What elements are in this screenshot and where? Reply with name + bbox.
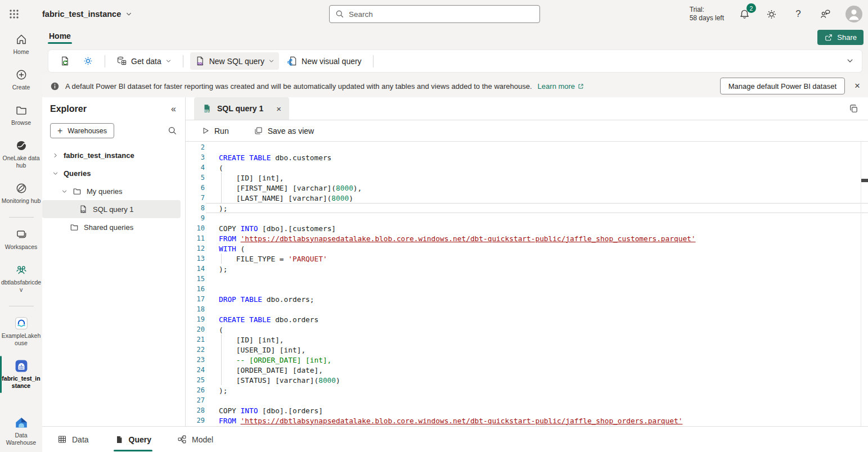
nav-rail-item-fabric-test-instance[interactable]: fabric_test_instance	[0, 359, 42, 390]
code-line-3[interactable]: 3CREATE TABLE dbo.customers	[186, 152, 860, 162]
code-line-26[interactable]: 26);	[186, 385, 860, 395]
code-line-22[interactable]: 22 [USER_ID] [int],	[186, 345, 860, 355]
line-number: 22	[186, 346, 205, 354]
new-visual-query-button[interactable]: New visual query	[282, 52, 366, 70]
tree-item-queries[interactable]: Queries	[42, 164, 181, 182]
chevron-down-icon[interactable]	[61, 188, 68, 195]
tree-item-fabric-test-instance[interactable]: fabric_test_instance	[42, 146, 181, 164]
view-tab-model[interactable]: Model	[176, 427, 214, 452]
nav-rail-divider	[9, 306, 34, 306]
share-button[interactable]: Share	[817, 30, 863, 45]
folder-icon	[15, 103, 28, 117]
code-line-20[interactable]: 20(	[186, 324, 860, 335]
view-tab-query[interactable]: Query	[114, 427, 152, 452]
code-line-23[interactable]: 23 -- [ORDER_DATE] [int],	[186, 355, 860, 365]
svg-text:SQL: SQL	[204, 110, 210, 112]
copy-icon[interactable]	[848, 103, 859, 114]
notifications-bell-icon[interactable]: 2	[737, 7, 751, 21]
tree-item-sql-query-1[interactable]: SQLSQL query 1	[42, 200, 181, 218]
refresh-dataset-icon[interactable]	[55, 52, 75, 70]
info-icon	[50, 82, 60, 91]
tree-item-my-queries[interactable]: My queries	[42, 182, 181, 200]
editor-tab-bar: SQL SQL query 1 ×	[186, 97, 868, 120]
code-line-5[interactable]: 5 [ID] [int],	[186, 173, 860, 183]
global-search[interactable]	[329, 5, 540, 23]
line-number: 12	[186, 245, 205, 252]
code-line-21[interactable]: 21 [ID] [int],	[186, 335, 860, 345]
monitoring-icon	[15, 182, 28, 195]
feedback-icon[interactable]	[818, 7, 832, 21]
code-line-4[interactable]: 4(	[186, 162, 860, 173]
run-button[interactable]: Run	[197, 124, 233, 138]
view-tab-data[interactable]: Data	[56, 427, 90, 452]
nav-rail-item-data-warehouse[interactable]: Data Warehouse	[0, 416, 42, 446]
code-line-14[interactable]: 14);	[186, 264, 860, 274]
code-line-16[interactable]: 16	[186, 284, 860, 294]
new-warehouse-button[interactable]: + Warehouses	[50, 123, 114, 138]
workspace-switcher[interactable]: fabric_test_instance	[42, 10, 132, 19]
collapse-ribbon-chevron-icon[interactable]	[846, 57, 854, 65]
learn-more-link[interactable]: Learn more	[538, 82, 584, 91]
scrollbar-thumb[interactable]	[861, 179, 868, 182]
save-as-view-button[interactable]: Save as view	[249, 123, 318, 138]
settings-icon[interactable]	[78, 52, 98, 70]
account-avatar[interactable]	[845, 6, 862, 22]
chevron-down-icon[interactable]	[52, 170, 59, 177]
close-tab-icon[interactable]: ×	[276, 104, 281, 114]
code-line-13[interactable]: 13 FILE_TYPE = 'PARQUET'	[186, 254, 860, 264]
manage-default-dataset-button[interactable]: Manage default Power BI dataset	[720, 78, 845, 94]
code-line-29[interactable]: 29FROM 'https://dbtlabsynapsedatalake.bl…	[186, 415, 860, 426]
database-icon	[116, 56, 127, 66]
nav-rail-item-browse[interactable]: Browse	[0, 103, 42, 126]
code-line-9[interactable]: 9	[186, 213, 860, 223]
new-sql-query-button[interactable]: SQL New SQL query	[190, 52, 279, 70]
code-line-28[interactable]: 28COPY INTO [dbo].[orders]	[186, 405, 860, 415]
code-line-7[interactable]: 7 [LAST_NAME] [varchar](8000)	[186, 193, 860, 203]
line-number: 28	[186, 406, 205, 414]
line-number: 17	[186, 295, 205, 303]
code-line-6[interactable]: 6 [FIRST_NAME] [varchar](8000),	[186, 183, 860, 193]
sql-code-editor[interactable]: 23CREATE TABLE dbo.customers4(5 [ID] [in…	[186, 142, 868, 426]
code-line-25[interactable]: 25 [STATUS] [varchar](8000)	[186, 375, 860, 385]
nav-rail-item-home[interactable]: Home	[0, 33, 42, 56]
nav-rail-item-label: Monitoring hub	[2, 197, 41, 205]
nav-rail-item-onelake-data-hub[interactable]: OneLake data hub	[0, 139, 42, 169]
explorer-panel: Explorer « + Warehouses fabric_test_inst…	[42, 97, 186, 426]
code-line-15[interactable]: 15	[186, 274, 860, 284]
code-line-2[interactable]: 2	[186, 142, 860, 152]
nav-rail-item-create[interactable]: Create	[0, 68, 42, 91]
editor-scrollbar[interactable]	[861, 142, 868, 426]
query-tab[interactable]: SQL SQL query 1 ×	[194, 97, 289, 120]
plus-circle-icon	[15, 68, 28, 82]
help-icon[interactable]: ?	[791, 7, 805, 21]
nav-rail-item-monitoring-hub[interactable]: Monitoring hub	[0, 182, 42, 205]
nav-rail-item-label: fabric_test_instance	[1, 375, 42, 390]
tree-item-shared-queries[interactable]: Shared queries	[42, 218, 181, 236]
nav-rail-item-workspaces[interactable]: Workspaces	[0, 228, 42, 251]
table-icon	[57, 435, 67, 444]
get-data-button[interactable]: Get data	[112, 52, 176, 70]
nav-rail-item-examplelakehouse[interactable]: ExampleLakehouse	[0, 317, 42, 347]
chevron-down-icon	[268, 58, 275, 64]
code-line-27[interactable]: 27	[186, 395, 860, 405]
explorer-search-icon[interactable]	[168, 126, 177, 135]
search-input[interactable]	[349, 10, 534, 19]
collapse-pane-icon[interactable]: «	[171, 104, 176, 114]
code-line-19[interactable]: 19CREATE TABLE dbo.orders	[186, 314, 860, 324]
nav-rail-item-dbtlabsfabricdev[interactable]: dbtlabsfabricdev	[0, 263, 42, 293]
code-lines: 23CREATE TABLE dbo.customers4(5 [ID] [in…	[186, 142, 860, 426]
line-number: 2	[186, 143, 205, 151]
code-line-12[interactable]: 12WITH (	[186, 243, 860, 254]
code-line-18[interactable]: 18	[186, 304, 860, 314]
code-line-10[interactable]: 10COPY INTO [dbo].[customers]	[186, 223, 860, 233]
settings-gear-icon[interactable]	[764, 7, 778, 21]
code-line-11[interactable]: 11FROM 'https://dbtlabsynapsedatalake.bl…	[186, 233, 860, 243]
code-line-17[interactable]: 17DROP TABLE dbo.orders;	[186, 294, 860, 304]
tab-home[interactable]: Home	[48, 30, 72, 44]
close-banner-icon[interactable]: ×	[851, 80, 863, 92]
view-tab-data-label: Data	[72, 435, 89, 444]
chevron-right-icon[interactable]	[52, 152, 59, 159]
app-launcher-icon[interactable]	[0, 0, 28, 28]
code-line-8[interactable]: 8);	[186, 203, 860, 213]
code-line-24[interactable]: 24 [ORDER_DATE] [date],	[186, 365, 860, 375]
